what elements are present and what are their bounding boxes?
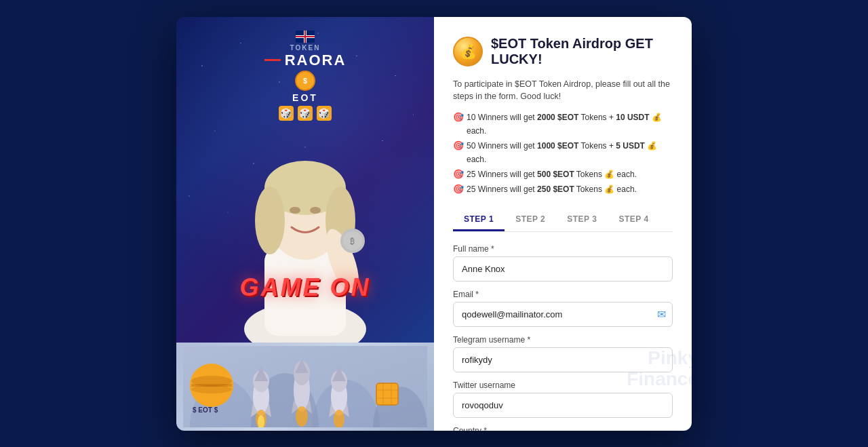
form-title: $EOT Token Airdrop GET LUCKY! — [491, 36, 673, 67]
svg-text:₿: ₿ — [350, 237, 355, 246]
tab-step-1[interactable]: STEP 1 — [453, 209, 505, 231]
telegram-input[interactable] — [453, 347, 673, 372]
dice-icon-3: 🎲 — [317, 106, 332, 121]
telegram-group: Telegram username * — [453, 335, 673, 372]
token-header: TOKEN RAORA $ EOT 🎲 🎲 🎲 — [264, 31, 347, 121]
svg-point-5 — [255, 187, 285, 254]
bottom-illustration: $ EOT $ — [183, 346, 427, 427]
token-label: TOKEN — [290, 44, 321, 52]
brand-stripe — [264, 59, 281, 61]
twitter-label: Twitter username — [453, 381, 673, 390]
email-verified-icon: ✉ — [657, 308, 666, 321]
telegram-label: Telegram username * — [453, 335, 673, 345]
steps-tabs: STEP 1 STEP 2 STEP 3 STEP 4 — [453, 209, 673, 232]
game-on-text: GAME ON — [239, 273, 370, 302]
modal-container: TOKEN RAORA $ EOT 🎲 🎲 🎲 — [176, 17, 692, 431]
svg-point-8 — [310, 207, 321, 214]
prize-emoji-2: 🎯 — [453, 138, 464, 153]
svg-point-35 — [296, 406, 308, 427]
eot-text-label: EOT — [292, 92, 318, 103]
email-input-wrapper: ✉ — [453, 302, 673, 327]
eot-coin-icon: 💰 — [453, 37, 483, 66]
prize-item-4: 🎯 25 Winners will get 250 $EOT Tokens 💰 … — [453, 182, 673, 197]
twitter-input[interactable] — [453, 393, 673, 418]
prize-item-2: 🎯 50 Winners will get 1000 $EOT Tokens +… — [453, 138, 673, 167]
email-input[interactable] — [453, 302, 673, 327]
svg-text:$ EOT $: $ EOT $ — [193, 406, 218, 414]
email-group: Email * ✉ — [453, 290, 673, 327]
flag-row — [296, 31, 315, 43]
svg-rect-42 — [376, 383, 398, 405]
full-name-input[interactable] — [453, 256, 673, 281]
prize-emoji-3: 🎯 — [453, 167, 464, 182]
dice-icon-1: 🎲 — [279, 106, 294, 121]
prize-emoji-4: 🎯 — [453, 182, 464, 197]
svg-point-7 — [290, 207, 300, 214]
full-name-group: Full name * — [453, 244, 673, 281]
full-name-label: Full name * — [453, 244, 673, 254]
country-label: Country * — [453, 426, 673, 431]
tab-step-3[interactable]: STEP 3 — [556, 209, 608, 231]
prize-emoji-1: 🎯 — [453, 110, 464, 125]
tab-step-2[interactable]: STEP 2 — [505, 209, 556, 231]
tab-step-4[interactable]: STEP 4 — [608, 209, 659, 231]
right-panel: 💰 $EOT Token Airdrop GET LUCKY! To parti… — [434, 17, 692, 431]
prize-list: 🎯 10 Winners will get 2000 $EOT Tokens +… — [453, 110, 673, 197]
uk-flag-icon — [296, 31, 315, 43]
dice-icon-2: 🎲 — [298, 106, 313, 121]
email-label: Email * — [453, 290, 673, 299]
eot-badge-icon: $ — [295, 71, 315, 91]
form-description: To participate in $EOT Token Airdrop, pl… — [453, 78, 673, 104]
prize-item-3: 🎯 25 Winners will get 500 $EOT Tokens 💰 … — [453, 167, 673, 182]
form-header: 💰 $EOT Token Airdrop GET LUCKY! — [453, 36, 673, 67]
dice-row: 🎲 🎲 🎲 — [279, 106, 332, 121]
woman-figure: ₿ — [197, 132, 414, 343]
left-top-section: TOKEN RAORA $ EOT 🎲 🎲 🎲 — [176, 17, 434, 343]
brand-name: RAORA — [264, 52, 347, 69]
prize-item-1: 🎯 10 Winners will get 2000 $EOT Tokens +… — [453, 110, 673, 138]
twitter-group: Twitter username — [453, 381, 673, 418]
left-panel: TOKEN RAORA $ EOT 🎲 🎲 🎲 — [176, 17, 434, 431]
country-group: Country * Syrian Arab Republic United St… — [453, 426, 673, 431]
woman-svg: ₿ — [210, 139, 400, 343]
left-bottom-section: $ EOT $ — [176, 343, 434, 431]
